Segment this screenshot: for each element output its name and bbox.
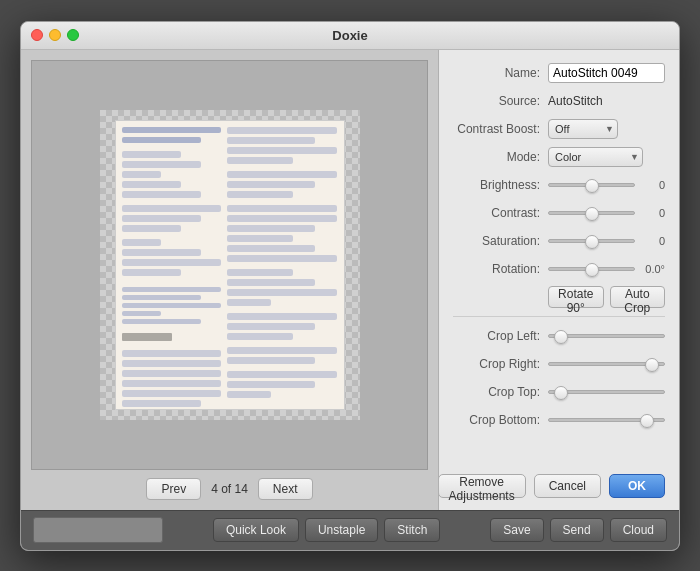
next-button[interactable]: Next xyxy=(258,478,313,500)
toolbar-center: Quick Look Unstaple Stitch xyxy=(213,518,440,542)
contrast-boost-select-wrapper: Off Low Medium High ▼ xyxy=(548,119,618,139)
saturation-value: 0 xyxy=(635,235,665,247)
scan-canvas xyxy=(100,110,360,420)
page-count: 4 of 14 xyxy=(211,482,248,496)
unstaple-button[interactable]: Unstaple xyxy=(305,518,378,542)
brightness-slider[interactable] xyxy=(548,177,635,193)
rotation-value: 0.0° xyxy=(635,263,665,275)
source-value: AutoStitch xyxy=(548,94,665,108)
crop-left-label: Crop Left: xyxy=(453,329,548,343)
saturation-label: Saturation: xyxy=(453,234,548,248)
contrast-row: Contrast: 0 xyxy=(453,202,665,224)
doc-left xyxy=(122,127,226,403)
action-buttons: Remove Adjustments Cancel OK xyxy=(453,474,665,498)
rotation-label: Rotation: xyxy=(453,262,548,276)
stitch-button[interactable]: Stitch xyxy=(384,518,440,542)
auto-crop-button[interactable]: Auto Crop xyxy=(610,286,666,308)
name-label: Name: xyxy=(453,66,548,80)
crop-right-row: Crop Right: xyxy=(453,353,665,375)
contrast-boost-label: Contrast Boost: xyxy=(453,122,548,136)
toolbar-left xyxy=(33,517,163,543)
scan-document xyxy=(115,120,345,410)
left-panel: Prev 4 of 14 Next xyxy=(21,50,439,510)
main-content: Prev 4 of 14 Next Name: Source: AutoStit… xyxy=(21,50,679,510)
crop-bottom-slider[interactable] xyxy=(548,412,665,428)
mode-select[interactable]: Color Grayscale Black & White xyxy=(548,147,643,167)
right-panel: Name: Source: AutoStitch Contrast Boost:… xyxy=(439,50,679,510)
remove-adjustments-button[interactable]: Remove Adjustments xyxy=(438,474,526,498)
crop-bottom-label: Crop Bottom: xyxy=(453,413,548,427)
doc-right xyxy=(225,127,337,403)
contrast-slider[interactable] xyxy=(548,205,635,221)
rotate-autocrop-row: Rotate 90° Auto Crop xyxy=(453,286,665,308)
crop-right-label: Crop Right: xyxy=(453,357,548,371)
bottom-toolbar: Quick Look Unstaple Stitch Save Send Clo… xyxy=(21,510,679,550)
window-title: Doxie xyxy=(332,28,367,43)
cloud-button[interactable]: Cloud xyxy=(610,518,667,542)
crop-right-slider[interactable] xyxy=(548,356,665,372)
name-row: Name: xyxy=(453,62,665,84)
prev-button[interactable]: Prev xyxy=(146,478,201,500)
rotation-slider[interactable] xyxy=(548,261,635,277)
close-button[interactable] xyxy=(31,29,43,41)
ok-button[interactable]: OK xyxy=(609,474,665,498)
title-bar: Doxie xyxy=(21,22,679,50)
save-button[interactable]: Save xyxy=(490,518,543,542)
crop-top-row: Crop Top: xyxy=(453,381,665,403)
crop-top-label: Crop Top: xyxy=(453,385,548,399)
crop-left-row: Crop Left: xyxy=(453,325,665,347)
saturation-slider[interactable] xyxy=(548,233,635,249)
mode-label: Mode: xyxy=(453,150,548,164)
saturation-row: Saturation: 0 xyxy=(453,230,665,252)
traffic-lights xyxy=(31,29,79,41)
cancel-button[interactable]: Cancel xyxy=(534,474,601,498)
source-label: Source: xyxy=(453,94,548,108)
crop-top-slider[interactable] xyxy=(548,384,665,400)
send-button[interactable]: Send xyxy=(550,518,604,542)
crop-bottom-row: Crop Bottom: xyxy=(453,409,665,431)
crop-left-slider[interactable] xyxy=(548,328,665,344)
main-window: Doxie xyxy=(20,21,680,551)
rotate-90-button[interactable]: Rotate 90° xyxy=(548,286,604,308)
maximize-button[interactable] xyxy=(67,29,79,41)
rotation-row: Rotation: 0.0° xyxy=(453,258,665,280)
navigation-row: Prev 4 of 14 Next xyxy=(146,478,312,500)
contrast-boost-select[interactable]: Off Low Medium High xyxy=(548,119,618,139)
mode-select-wrapper: Color Grayscale Black & White ▼ xyxy=(548,147,643,167)
contrast-boost-row: Contrast Boost: Off Low Medium High ▼ xyxy=(453,118,665,140)
thumbnail-strip xyxy=(33,517,163,543)
brightness-value: 0 xyxy=(635,179,665,191)
scan-area xyxy=(31,60,428,470)
contrast-value: 0 xyxy=(635,207,665,219)
name-input[interactable] xyxy=(548,63,665,83)
mode-row: Mode: Color Grayscale Black & White ▼ xyxy=(453,146,665,168)
quick-look-button[interactable]: Quick Look xyxy=(213,518,299,542)
source-row: Source: AutoStitch xyxy=(453,90,665,112)
minimize-button[interactable] xyxy=(49,29,61,41)
brightness-row: Brightness: 0 xyxy=(453,174,665,196)
toolbar-right: Save Send Cloud xyxy=(490,518,667,542)
divider-1 xyxy=(453,316,665,317)
brightness-label: Brightness: xyxy=(453,178,548,192)
contrast-label: Contrast: xyxy=(453,206,548,220)
